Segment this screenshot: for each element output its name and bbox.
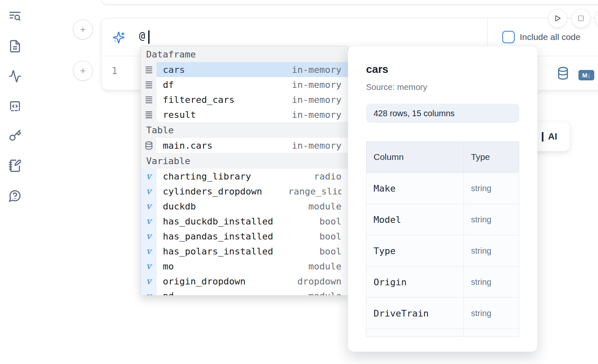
completion-type: in-memory [292, 80, 341, 90]
completion-name: has_polars_installed [163, 246, 273, 257]
include-all-code-checkbox[interactable] [502, 31, 515, 43]
completion-type: dropdown [297, 276, 341, 287]
variable-icon: v [141, 184, 157, 199]
table-row: Makestring [366, 173, 519, 204]
cell-text: string [471, 277, 491, 287]
completion-type: in-memory [292, 110, 341, 120]
preview-source: Source: memory [366, 82, 519, 92]
completion-name: charting_library [163, 171, 251, 182]
completion-name: has_duckdb_installed [163, 216, 273, 227]
autocomplete-section-table: Table [141, 122, 348, 138]
table-row: Typestring [366, 235, 519, 267]
autocomplete-item-has_duckdb_installed[interactable]: vhas_duckdb_installedbool [141, 214, 348, 229]
completion-name: cars [163, 65, 185, 75]
cell-text: Model [374, 214, 401, 225]
autocomplete-section-dataframe: Dataframe [141, 46, 348, 62]
cell-text: string [471, 246, 491, 256]
previous-cell-edge [101, 0, 598, 5]
text-cursor [148, 30, 150, 44]
markdown-icon[interactable]: M↓ [578, 70, 594, 80]
autocomplete-item-has_polars_installed[interactable]: vhas_polars_installedbool [141, 244, 348, 259]
add-cell-below-button[interactable]: + [73, 61, 93, 81]
cell-text: Make [374, 183, 396, 194]
completion-name: pd [163, 289, 174, 296]
completion-type: bool [319, 231, 341, 242]
include-all-code-label: Include all code [520, 32, 581, 42]
completion-name: result [163, 110, 196, 120]
completion-type: range_slider [288, 186, 341, 197]
autocomplete-item-origin_dropdown[interactable]: vorigin_dropdowndropdown [141, 274, 348, 289]
completion-name: main.cars [163, 140, 212, 151]
search-notebook-icon[interactable] [8, 10, 22, 23]
completion-type: module [309, 261, 341, 272]
autocomplete-list: Dataframecarsin-memorydfin-memoryfiltere… [141, 46, 348, 296]
completion-type: in-memory [292, 65, 341, 75]
autocomplete-item-filtered_cars[interactable]: filtered_carsin-memory [141, 92, 348, 107]
autocomplete-item-mo[interactable]: vmomodule [141, 259, 348, 274]
autocomplete-item-main.cars[interactable]: main.carsin-memory [141, 138, 348, 153]
completion-name: origin_dropdown [163, 276, 246, 287]
cell-text: string [471, 309, 491, 318]
autocomplete-section-variable: Variable [141, 153, 348, 169]
autocomplete-item-charting_library[interactable]: vcharting_libraryradio [141, 169, 348, 184]
completion-type: in-memory [292, 95, 341, 105]
autocomplete-item-result[interactable]: resultin-memory [141, 107, 348, 122]
dataframe-rows-icon [141, 107, 157, 122]
snippets-code-icon[interactable] [8, 100, 22, 113]
help-chat-icon[interactable] [8, 189, 22, 202]
autocomplete-item-cars[interactable]: carsin-memory [141, 62, 348, 77]
completion-type: bool [319, 216, 341, 227]
completion-name: duckdb [163, 201, 196, 212]
clipped-letter [542, 132, 543, 142]
variable-icon: v [141, 274, 157, 289]
database-icon[interactable] [557, 66, 569, 82]
completion-type: module [309, 201, 341, 212]
autocomplete-item-df[interactable]: dfin-memory [141, 77, 348, 92]
autocomplete-item-pd[interactable]: vpdmodule [141, 289, 348, 296]
scratchpad-icon[interactable] [8, 159, 22, 172]
autocomplete-dropdown: Dataframecarsin-memorydfin-memoryfiltere… [140, 46, 348, 296]
stop-icon [576, 14, 586, 23]
completion-name: filtered_cars [163, 95, 234, 105]
left-sidebar [0, 0, 30, 364]
variable-icon: v [141, 169, 157, 184]
ai-prompt-input[interactable]: @ [139, 30, 145, 42]
cell-text: DriveTrain [374, 308, 429, 319]
schema-table-header: ColumnType [366, 142, 519, 173]
line-number: 1 [112, 65, 117, 76]
completion-type: radio [314, 171, 341, 182]
cell-text: string [471, 215, 491, 224]
ai-button-label: AI [548, 131, 557, 142]
autocomplete-item-duckdb[interactable]: vduckdbmodule [141, 199, 348, 214]
dataframe-rows-icon [141, 62, 157, 77]
cell-text: Origin [374, 277, 406, 287]
completion-type: in-memory [292, 140, 341, 151]
completion-name: has_pandas_installed [163, 231, 273, 242]
completion-name: mo [163, 261, 174, 272]
completion-type: bool [319, 246, 341, 257]
activity-icon[interactable] [8, 70, 22, 83]
variable-icon: v [141, 229, 157, 244]
add-cell-above-button[interactable]: + [73, 20, 93, 40]
variable-icon: v [141, 289, 157, 296]
cell-text: Type [471, 152, 490, 162]
cell-text: Type [374, 246, 396, 256]
shape-badge: 428 rows, 15 columns [366, 104, 519, 123]
play-icon [553, 14, 562, 23]
dataframe-rows-icon [141, 92, 157, 107]
dataframe-rows-icon [141, 77, 157, 92]
cell-text: Column [374, 152, 404, 162]
table-row: DriveTrainstring [366, 298, 519, 329]
sparkles-ai-icon [112, 31, 125, 44]
table-row: Originstring [366, 267, 519, 298]
autocomplete-item-has_pandas_installed[interactable]: vhas_pandas_installedbool [141, 229, 348, 244]
key-icon[interactable] [8, 129, 22, 142]
autocomplete-item-cylinders_dropdown[interactable]: vcylinders_dropdownrange_slider [141, 184, 348, 199]
run-cell-button[interactable] [548, 9, 567, 27]
schema-table: ColumnTypeMakestringModelstringTypestrin… [366, 141, 519, 337]
database-small-icon [141, 138, 157, 153]
variable-icon: v [141, 199, 157, 214]
stop-button[interactable] [572, 9, 590, 27]
document-icon[interactable] [8, 40, 22, 53]
variable-icon: v [141, 259, 157, 274]
